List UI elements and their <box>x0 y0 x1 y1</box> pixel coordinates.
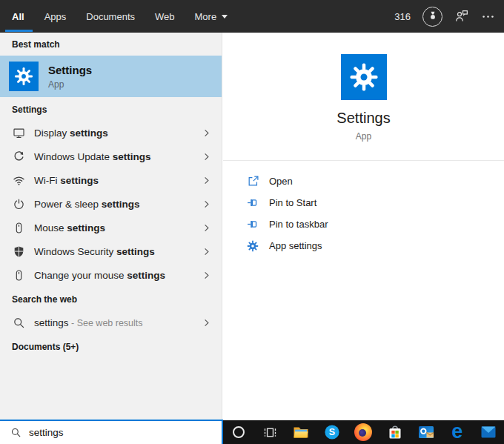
tab-more[interactable]: More <box>195 0 228 33</box>
chevron-right-icon[interactable] <box>201 317 212 328</box>
result-mouse-settings[interactable]: Mouse settings <box>0 216 222 239</box>
result-wifi-settings[interactable]: Wi-Fi settings <box>0 168 222 192</box>
medal-icon <box>431 12 435 19</box>
section-search-the-web: Search the web <box>0 287 222 311</box>
store-button[interactable] <box>382 420 408 444</box>
chevron-right-icon[interactable] <box>201 270 212 281</box>
rewards-badge-button[interactable] <box>422 7 442 27</box>
firefox-icon <box>354 423 372 441</box>
chevron-right-icon[interactable] <box>201 127 212 139</box>
firefox-button[interactable] <box>351 420 376 444</box>
best-match-result-settings[interactable]: Settings App <box>0 56 222 97</box>
ellipsis-icon <box>483 16 493 18</box>
tab-all[interactable]: All <box>12 0 24 33</box>
chevron-right-icon[interactable] <box>201 222 212 233</box>
wifi-icon <box>12 174 26 187</box>
pin-to-start-button[interactable]: Pin to Start <box>246 192 504 213</box>
result-label: Windows Update settings <box>34 151 151 162</box>
chevron-down-icon <box>222 15 228 19</box>
mouse-icon <box>12 222 26 234</box>
task-view-button[interactable] <box>257 420 282 444</box>
edge-icon: e <box>451 422 462 442</box>
tab-more-label: More <box>195 11 217 22</box>
cortana-button[interactable] <box>226 420 251 444</box>
result-display-settings[interactable]: Display settings <box>0 121 222 145</box>
chevron-right-icon[interactable] <box>201 199 212 210</box>
chevron-right-icon[interactable] <box>201 151 212 162</box>
section-settings: Settings <box>0 97 222 121</box>
sync-icon <box>12 150 26 163</box>
open-button[interactable]: Open <box>246 170 504 192</box>
svg-text:S: S <box>329 427 335 437</box>
store-icon <box>386 423 404 441</box>
settings-app-tile-large <box>341 54 387 100</box>
pin-icon <box>246 196 259 209</box>
result-windows-security-settings[interactable]: Windows Security settings <box>0 239 222 263</box>
tab-apps[interactable]: Apps <box>44 0 67 33</box>
result-label: Wi-Fi settings <box>34 175 99 186</box>
action-list: Open Pin to Start Pin to taskbar App set… <box>223 161 504 256</box>
result-windows-update-settings[interactable]: Windows Update settings <box>0 145 222 168</box>
more-options-button[interactable] <box>481 10 495 24</box>
taskbar: S e <box>223 420 504 444</box>
mouse-icon <box>12 269 26 282</box>
pin-icon <box>246 218 259 231</box>
outlook-icon <box>417 423 435 441</box>
best-match-subtitle: App <box>48 79 92 90</box>
app-settings-button[interactable]: App settings <box>246 235 504 256</box>
display-icon <box>12 127 26 139</box>
search-icon <box>12 317 26 329</box>
mail-button[interactable] <box>476 420 501 444</box>
web-search-label: settings - See web results <box>34 317 143 328</box>
tab-documents[interactable]: Documents <box>86 0 135 33</box>
file-explorer-button[interactable] <box>288 420 314 444</box>
gear-icon <box>350 64 377 91</box>
shield-icon <box>12 245 26 258</box>
edge-button[interactable]: e <box>445 420 470 444</box>
settings-app-tile <box>9 62 39 91</box>
task-view-icon <box>262 425 278 440</box>
result-label: Change your mouse settings <box>34 270 165 281</box>
results-panel: Best match Settings App Settings Display… <box>0 33 222 420</box>
file-explorer-icon <box>292 423 310 441</box>
result-label: Power & sleep settings <box>34 199 140 210</box>
best-match-title: Settings <box>48 64 92 77</box>
gear-icon <box>15 67 33 85</box>
result-web-search[interactable]: settings - See web results <box>0 311 222 334</box>
power-icon <box>12 198 26 211</box>
result-power-sleep-settings[interactable]: Power & sleep settings <box>0 192 222 216</box>
rewards-points: 316 <box>394 11 411 22</box>
filter-tabs: All Apps Documents Web More <box>0 0 228 33</box>
feedback-icon <box>457 11 468 21</box>
chevron-right-icon[interactable] <box>201 246 212 257</box>
search-input[interactable] <box>29 427 199 438</box>
outlook-button[interactable] <box>414 420 439 444</box>
result-label: Windows Security settings <box>34 246 155 257</box>
gear-icon <box>246 240 259 252</box>
result-label: Mouse settings <box>34 222 105 233</box>
section-best-match: Best match <box>0 33 222 56</box>
chevron-right-icon[interactable] <box>201 175 212 186</box>
mail-icon <box>480 423 497 441</box>
search-icon <box>10 427 21 438</box>
result-label: Display settings <box>34 127 108 139</box>
open-icon <box>246 175 259 188</box>
taskbar-search-box[interactable] <box>0 420 223 444</box>
preview-app-subtitle: App <box>223 131 504 142</box>
cortana-icon <box>233 426 245 438</box>
preview-panel: Settings App Open Pin to Start Pin to ta… <box>223 33 504 420</box>
preview-app-title: Settings <box>223 110 504 127</box>
feedback-button[interactable] <box>454 9 469 24</box>
search-filter-bar: All Apps Documents Web More 316 <box>0 0 504 33</box>
pin-to-taskbar-button[interactable]: Pin to taskbar <box>246 213 504 235</box>
search-flyout: All Apps Documents Web More 316 Best mat… <box>0 0 504 444</box>
section-documents: Documents (5+) <box>0 334 222 358</box>
result-change-your-mouse-settings[interactable]: Change your mouse settings <box>0 263 222 287</box>
skype-button[interactable]: S <box>319 420 345 444</box>
topbar-right-cluster: 316 <box>394 0 495 33</box>
skype-icon: S <box>323 423 341 441</box>
tab-web[interactable]: Web <box>155 0 175 33</box>
